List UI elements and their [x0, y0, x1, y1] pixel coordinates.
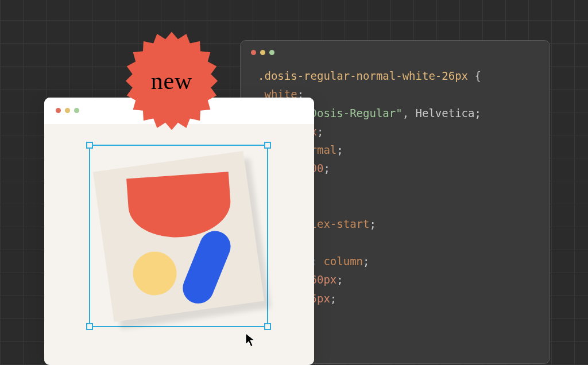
- selection-box[interactable]: [89, 145, 268, 327]
- new-badge: new: [119, 29, 224, 133]
- shape-pill: [178, 226, 235, 308]
- design-window: [44, 98, 314, 365]
- cursor-icon: [245, 333, 256, 348]
- window-controls: [241, 41, 550, 61]
- minimize-icon[interactable]: [260, 50, 265, 55]
- minimize-icon[interactable]: [65, 108, 70, 113]
- shape-circle: [130, 248, 180, 298]
- design-canvas[interactable]: [44, 124, 314, 365]
- maximize-icon[interactable]: [74, 108, 79, 113]
- badge-label: new: [151, 67, 193, 95]
- close-icon[interactable]: [56, 108, 61, 113]
- resize-handle-br[interactable]: [264, 323, 271, 330]
- artwork-card[interactable]: [93, 151, 264, 322]
- close-icon[interactable]: [251, 50, 256, 55]
- resize-handle-tl[interactable]: [86, 142, 93, 149]
- maximize-icon[interactable]: [269, 50, 274, 55]
- resize-handle-bl[interactable]: [86, 323, 93, 330]
- shape-fan: [126, 172, 233, 240]
- resize-handle-tr[interactable]: [264, 142, 271, 149]
- code-selector: .dosis-regular-normal-white-26px: [258, 69, 468, 82]
